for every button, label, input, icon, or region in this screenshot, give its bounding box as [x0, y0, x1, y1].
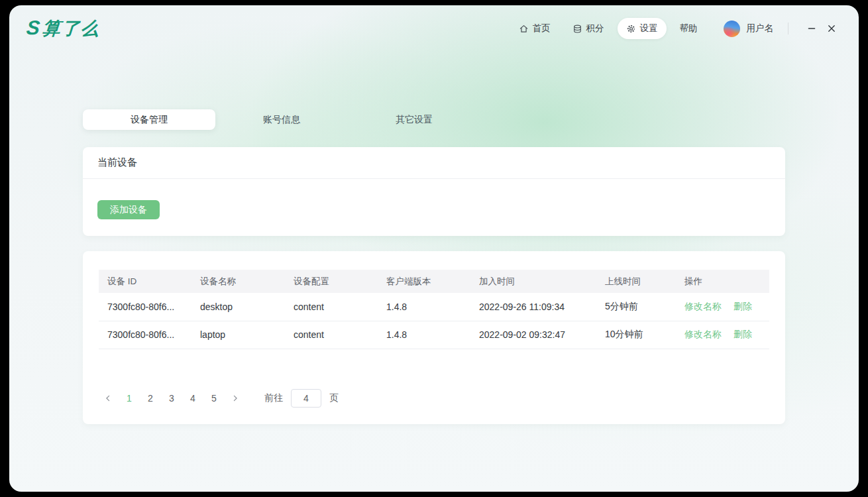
- page-button-3[interactable]: 3: [165, 389, 178, 408]
- settings-tabs: 设备管理 账号信息 其它设置: [83, 109, 785, 130]
- cell-device-id: 7300fc80-80f6...: [99, 321, 191, 349]
- logo-text: 算了么: [42, 17, 101, 40]
- add-device-button[interactable]: 添加设备: [97, 200, 160, 219]
- col-device-name: 设备名称: [191, 270, 285, 293]
- col-device-config: 设备配置: [285, 270, 378, 293]
- col-device-id: 设备 ID: [99, 270, 191, 293]
- rename-link[interactable]: 修改名称: [684, 329, 722, 339]
- cell-device-name: desktop: [191, 293, 285, 321]
- tab-other-settings[interactable]: 其它设置: [348, 109, 480, 130]
- tab-account-info[interactable]: 账号信息: [215, 109, 348, 130]
- current-device-card: 当前设备 添加设备: [83, 147, 785, 236]
- table-row: 7300fc80-80f6... desktop content 1.4.8 2…: [99, 293, 769, 321]
- cell-join-time: 2022-09-02 09:32:47: [470, 321, 596, 349]
- nav-item-settings[interactable]: 设置: [618, 18, 667, 39]
- coins-icon: [572, 24, 582, 34]
- cell-client-version: 1.4.8: [378, 293, 470, 321]
- user-menu[interactable]: 用户名: [724, 21, 774, 37]
- app-logo: S 算了么: [27, 17, 100, 40]
- top-navigation: 首页 积分 设置: [510, 18, 842, 39]
- nav-item-help[interactable]: 帮助: [671, 18, 706, 39]
- username: 用户名: [747, 23, 774, 34]
- col-client-version: 客户端版本: [378, 270, 470, 293]
- cell-client-version: 1.4.8: [378, 321, 470, 349]
- nav-item-points[interactable]: 积分: [564, 18, 613, 39]
- page-button-2[interactable]: 2: [144, 389, 157, 408]
- topbar: S 算了么 首页 积分: [9, 5, 859, 52]
- close-icon: [826, 23, 837, 34]
- cell-online-time: 10分钟前: [596, 321, 676, 349]
- page-button-4[interactable]: 4: [186, 389, 199, 408]
- nav-label: 设置: [640, 23, 658, 34]
- logo-mark: S: [25, 17, 40, 39]
- minimize-button[interactable]: [802, 19, 822, 38]
- tab-device-management[interactable]: 设备管理: [83, 109, 215, 130]
- device-table: 设备 ID 设备名称 设备配置 客户端版本 加入时间 上线时间 操作 7300f…: [99, 270, 769, 349]
- app-window: S 算了么 首页 积分: [9, 5, 859, 492]
- minimize-icon: [806, 23, 817, 34]
- delete-link[interactable]: 删除: [733, 329, 752, 339]
- nav-label: 帮助: [680, 23, 698, 34]
- nav-label: 积分: [586, 23, 604, 34]
- cell-online-time: 5分钟前: [596, 293, 676, 321]
- prev-page-button[interactable]: [101, 389, 115, 408]
- cell-device-config: content: [285, 321, 378, 349]
- home-icon: [519, 24, 529, 34]
- page-unit-label: 页: [329, 392, 339, 404]
- card-body: 添加设备: [83, 179, 785, 236]
- goto-page-input[interactable]: [291, 389, 321, 408]
- rename-link[interactable]: 修改名称: [684, 301, 722, 311]
- table-header-row: 设备 ID 设备名称 设备配置 客户端版本 加入时间 上线时间 操作: [99, 270, 769, 293]
- cell-device-id: 7300fc80-80f6...: [99, 293, 191, 321]
- close-button[interactable]: [822, 19, 841, 38]
- next-page-button[interactable]: [229, 389, 242, 408]
- gear-icon: [626, 24, 636, 34]
- goto-label: 前往: [264, 392, 283, 404]
- settings-content: 设备管理 账号信息 其它设置 当前设备 添加设备 设备 ID 设备名称: [83, 109, 785, 424]
- chevron-right-icon: [231, 394, 240, 403]
- nav-label: 首页: [533, 23, 551, 34]
- col-actions: 操作: [676, 270, 769, 293]
- pagination: 1 2 3 4 5 前往 页: [99, 389, 769, 408]
- card-title: 当前设备: [83, 147, 785, 179]
- cell-actions: 修改名称 删除: [676, 321, 769, 349]
- table-row: 7300fc80-80f6... laptop content 1.4.8 20…: [99, 321, 769, 349]
- cell-join-time: 2022-09-26 11:09:34: [470, 293, 596, 321]
- avatar: [724, 21, 740, 37]
- cell-actions: 修改名称 删除: [676, 293, 769, 321]
- page-button-5[interactable]: 5: [207, 389, 221, 408]
- nav-item-home[interactable]: 首页: [510, 18, 559, 39]
- col-join-time: 加入时间: [470, 270, 596, 293]
- delete-link[interactable]: 删除: [733, 301, 752, 311]
- page-button-1[interactable]: 1: [123, 389, 136, 408]
- topbar-divider: [788, 23, 788, 34]
- cell-device-name: laptop: [191, 321, 285, 349]
- cell-device-config: content: [285, 293, 378, 321]
- device-table-card: 设备 ID 设备名称 设备配置 客户端版本 加入时间 上线时间 操作 7300f…: [83, 251, 785, 424]
- col-online-time: 上线时间: [596, 270, 676, 293]
- chevron-left-icon: [103, 394, 113, 403]
